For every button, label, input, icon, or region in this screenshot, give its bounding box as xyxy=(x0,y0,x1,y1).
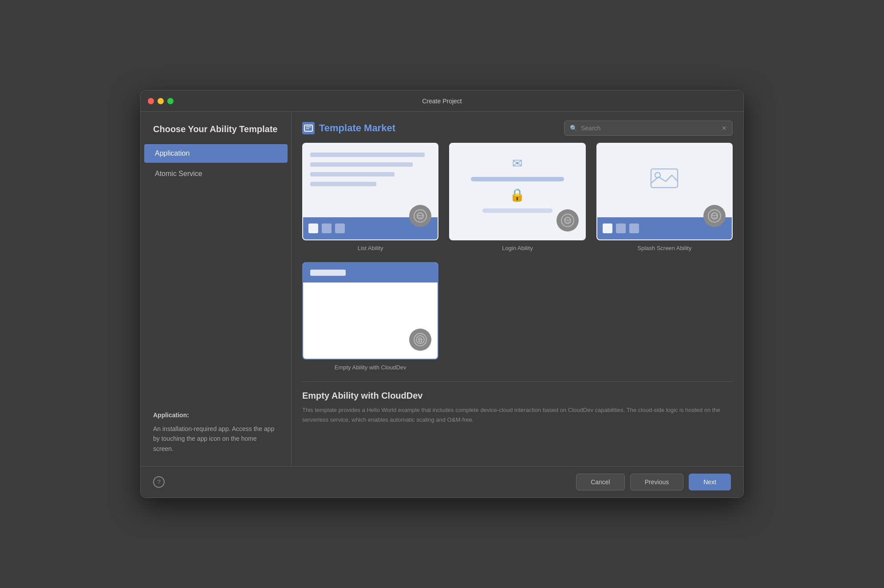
window-title: Create Project xyxy=(422,98,462,105)
traffic-lights xyxy=(148,98,174,104)
svg-point-5 xyxy=(420,215,421,216)
title-bar: Create Project xyxy=(141,90,743,112)
next-button[interactable]: Next xyxy=(689,474,731,490)
main-area: Template Market 🔍 ✕ xyxy=(292,112,743,466)
clear-icon[interactable]: ✕ xyxy=(722,125,727,131)
template-label-splash: Splash Screen Ability xyxy=(637,245,691,251)
search-input[interactable] xyxy=(581,125,718,132)
market-title-text: Template Market xyxy=(319,122,395,134)
image-icon xyxy=(649,165,680,197)
help-button[interactable]: ? xyxy=(153,476,165,488)
svg-point-4 xyxy=(418,215,419,216)
svg-point-10 xyxy=(568,220,570,221)
footer: ? Cancel Previous Next xyxy=(141,466,743,498)
sidebar: Choose Your Ability Template Application… xyxy=(141,112,292,466)
svg-point-8 xyxy=(565,220,566,221)
template-card-empty-clouddev[interactable]: Empty Ability with CloudDev xyxy=(302,262,438,371)
market-title-area: Template Market xyxy=(302,122,395,134)
template-card-splash-ability[interactable]: Splash Screen Ability xyxy=(596,143,733,251)
sidebar-description-text: An installation-required app. Access the… xyxy=(153,424,279,454)
sidebar-item-application[interactable]: Application xyxy=(144,144,288,163)
create-project-window: Create Project Choose Your Ability Templ… xyxy=(140,90,744,498)
mail-icon: ✉ xyxy=(512,156,522,171)
template-label-empty-clouddev: Empty Ability with CloudDev xyxy=(335,364,406,371)
template-preview-splash xyxy=(596,143,733,240)
main-content: Choose Your Ability Template Application… xyxy=(141,112,743,466)
template-preview-login: ✉ 🔒 xyxy=(449,143,585,240)
market-icon xyxy=(302,122,315,134)
svg-rect-1 xyxy=(306,126,311,127)
templates-grid: List Ability ✉ 🔒 xyxy=(302,143,733,371)
template-preview-empty xyxy=(302,262,438,360)
svg-rect-2 xyxy=(306,128,309,129)
sidebar-description-title: Application: xyxy=(153,410,279,420)
cancel-button[interactable]: Cancel xyxy=(576,474,625,490)
maximize-button[interactable] xyxy=(167,98,174,104)
svg-rect-18 xyxy=(419,340,422,342)
sidebar-description: Application: An installation-required ap… xyxy=(141,401,291,466)
search-box[interactable]: 🔍 ✕ xyxy=(564,121,733,136)
svg-point-14 xyxy=(712,215,714,216)
svg-point-6 xyxy=(422,215,423,216)
sidebar-heading: Choose Your Ability Template xyxy=(141,112,291,143)
template-label-list: List Ability xyxy=(358,245,383,251)
search-icon: 🔍 xyxy=(570,125,577,132)
svg-point-9 xyxy=(567,220,568,221)
template-preview-list xyxy=(302,143,438,240)
sidebar-item-atomic-service[interactable]: Atomic Service xyxy=(144,165,288,183)
footer-buttons: Cancel Previous Next xyxy=(576,474,731,490)
svg-point-16 xyxy=(716,215,717,216)
previous-button[interactable]: Previous xyxy=(630,474,683,490)
template-card-list-ability[interactable]: List Ability xyxy=(302,143,438,251)
template-label-login: Login Ability xyxy=(502,245,533,251)
selected-template-title: Empty Ability with CloudDev xyxy=(302,391,733,401)
template-card-login-ability[interactable]: ✉ 🔒 xyxy=(449,143,585,251)
main-header: Template Market 🔍 ✕ xyxy=(292,112,743,143)
selected-template-description: This template provides a Hello World exa… xyxy=(302,405,733,425)
lock-icon: 🔒 xyxy=(509,188,525,202)
close-button[interactable] xyxy=(148,98,154,104)
templates-area: List Ability ✉ 🔒 xyxy=(292,143,743,466)
svg-point-15 xyxy=(714,215,715,216)
svg-rect-11 xyxy=(651,169,678,188)
minimize-button[interactable] xyxy=(158,98,164,104)
description-section: Empty Ability with CloudDev This templat… xyxy=(302,381,733,425)
